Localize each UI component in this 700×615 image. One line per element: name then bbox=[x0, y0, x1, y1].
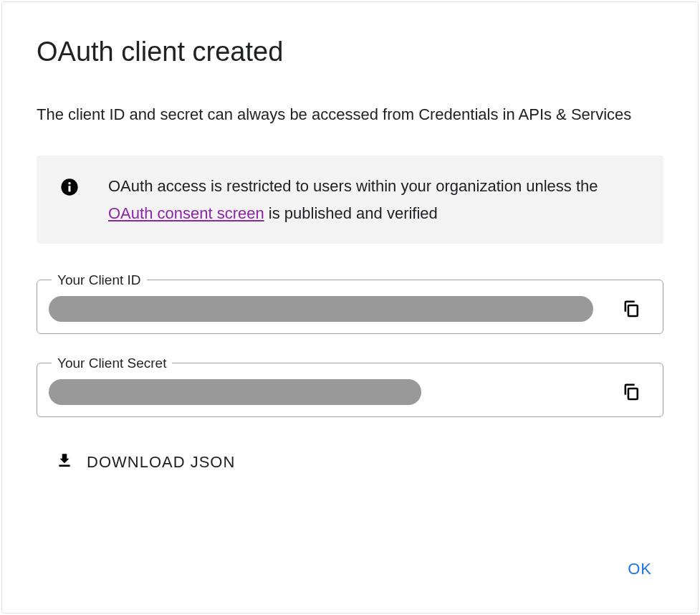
ok-button[interactable]: OK bbox=[616, 554, 663, 584]
copy-client-secret-button[interactable] bbox=[617, 377, 646, 408]
download-json-button[interactable]: DOWNLOAD JSON bbox=[55, 452, 663, 473]
download-icon bbox=[55, 452, 74, 473]
svg-marker-5 bbox=[60, 454, 69, 463]
restriction-notice: OAuth access is restricted to users with… bbox=[37, 156, 663, 244]
svg-rect-2 bbox=[68, 186, 70, 191]
svg-rect-4 bbox=[628, 388, 638, 399]
notice-text-after: is published and verified bbox=[264, 204, 438, 222]
copy-icon bbox=[621, 298, 641, 320]
dialog-actions: OK bbox=[616, 554, 663, 584]
svg-point-1 bbox=[68, 182, 71, 185]
client-id-field: Your Client ID bbox=[37, 272, 663, 334]
download-json-label: DOWNLOAD JSON bbox=[87, 453, 235, 472]
copy-client-id-button[interactable] bbox=[617, 294, 646, 325]
notice-text-before: OAuth access is restricted to users with… bbox=[108, 177, 598, 195]
client-secret-field: Your Client Secret bbox=[37, 356, 663, 417]
svg-rect-3 bbox=[628, 305, 638, 316]
oauth-client-created-dialog: OAuth client created The client ID and s… bbox=[1, 1, 699, 614]
copy-icon bbox=[621, 381, 641, 404]
client-id-value[interactable] bbox=[49, 296, 593, 322]
notice-text: OAuth access is restricted to users with… bbox=[108, 173, 641, 227]
dialog-subtitle: The client ID and secret can always be a… bbox=[37, 102, 663, 127]
svg-rect-6 bbox=[59, 464, 69, 467]
client-id-label: Your Client ID bbox=[52, 272, 147, 288]
info-icon bbox=[59, 173, 80, 200]
oauth-consent-screen-link[interactable]: OAuth consent screen bbox=[108, 204, 264, 222]
client-secret-value[interactable] bbox=[49, 379, 421, 405]
client-secret-label: Your Client Secret bbox=[52, 356, 172, 371]
dialog-title: OAuth client created bbox=[37, 37, 663, 67]
